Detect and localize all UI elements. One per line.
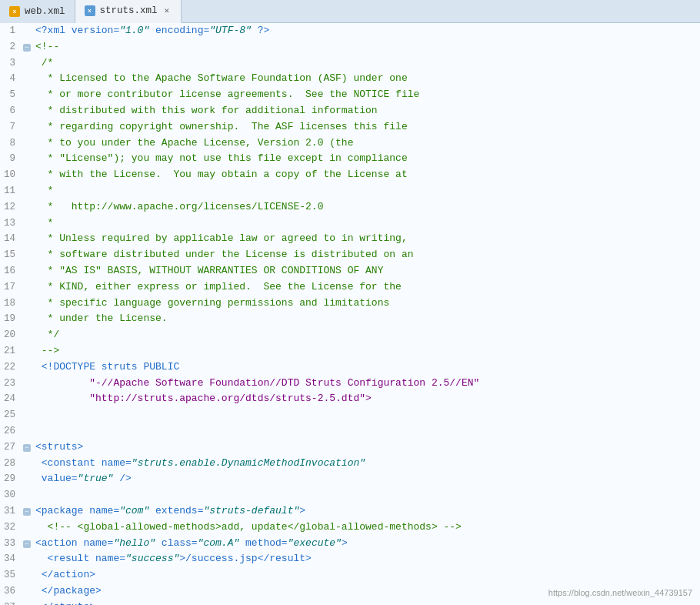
code-line-19: 19 * under the License. xyxy=(0,311,700,327)
line-content-16: * "AS IS" BASIS, WITHOUT WARRANTIES OR C… xyxy=(32,263,383,279)
line-content-25 xyxy=(32,407,42,423)
code-line-6: 6 * distributed with this work for addit… xyxy=(0,103,700,119)
code-line-10: 10 * with the License. You may obtain a … xyxy=(0,167,700,183)
line-number-28: 28 xyxy=(0,456,23,471)
line-content-30 xyxy=(32,487,42,503)
code-content: 1<?xml version="1.0" encoding="UTF-8" ?>… xyxy=(0,23,700,605)
fold-indicator-33[interactable]: − xyxy=(23,540,31,548)
line-content-17: * KIND, either express or implied. See t… xyxy=(32,279,402,296)
code-line-9: 9 * "License"); you may not use this fil… xyxy=(0,151,700,167)
line-number-29: 29 xyxy=(0,471,23,486)
line-number-31: 31 xyxy=(0,503,23,519)
line-content-31: <package name="com" extends="struts-defa… xyxy=(32,503,305,520)
line-content-20: */ xyxy=(32,327,59,343)
line-content-24: "http://struts.apache.org/dtds/struts-2.… xyxy=(32,391,372,407)
line-number-26: 26 xyxy=(0,423,23,439)
line-number-13: 13 xyxy=(0,216,23,231)
code-line-12: 12 * http://www.apache.org/licenses/LICE… xyxy=(0,199,700,216)
code-line-25: 25 xyxy=(0,407,700,423)
tab-struts-xml[interactable]: x struts.xml ✕ xyxy=(75,0,182,23)
code-line-32: 32 <!-- <global-allowed-methods>add, upd… xyxy=(0,520,700,536)
code-line-20: 20 */ xyxy=(0,327,700,343)
code-line-8: 8 * to you under the Apache License, Ver… xyxy=(0,135,700,152)
line-content-14: * Unless required by applicable law or a… xyxy=(32,231,408,247)
code-line-33: 33−<action name="hello" class="com.A" me… xyxy=(0,536,700,552)
code-line-24: 24 "http://struts.apache.org/dtds/struts… xyxy=(0,391,700,407)
line-content-28: <constant name="struts.enable.DynamicMet… xyxy=(32,456,365,472)
line-content-18: * specific language governing permission… xyxy=(32,296,389,312)
line-number-27: 27 xyxy=(0,440,23,455)
line-content-9: * "License"); you may not use this file … xyxy=(32,151,408,167)
line-number-22: 22 xyxy=(0,359,23,375)
line-content-15: * software distributed under the License… xyxy=(32,247,413,263)
code-line-22: 22 <!DOCTYPE struts PUBLIC xyxy=(0,359,700,376)
code-line-23: 23 "-//Apache Software Foundation//DTD S… xyxy=(0,376,700,392)
code-line-28: 28 <constant name="struts.enable.Dynamic… xyxy=(0,456,700,472)
code-line-2: 2−<!-- xyxy=(0,39,700,55)
line-number-33: 33 xyxy=(0,536,23,551)
tab-web-xml[interactable]: x web.xml xyxy=(0,0,75,23)
line-number-9: 9 xyxy=(0,151,23,166)
code-line-17: 17 * KIND, either express or implied. Se… xyxy=(0,279,700,296)
line-number-19: 19 xyxy=(0,311,23,326)
line-content-5: * or more contributor license agreements… xyxy=(32,87,419,103)
line-content-1: <?xml version="1.0" encoding="UTF-8" ?> xyxy=(32,23,269,39)
code-line-35: 35 </action> xyxy=(0,567,700,583)
tab-struts-xml-close[interactable]: ✕ xyxy=(162,5,172,16)
line-number-30: 30 xyxy=(0,487,23,503)
line-number-14: 14 xyxy=(0,231,23,246)
code-line-11: 11 * xyxy=(0,183,700,199)
line-number-32: 32 xyxy=(0,520,23,535)
code-line-18: 18 * specific language governing permiss… xyxy=(0,296,700,312)
line-number-6: 6 xyxy=(0,103,23,119)
editor-area[interactable]: 1<?xml version="1.0" encoding="UTF-8" ?>… xyxy=(0,23,700,605)
code-line-5: 5 * or more contributor license agreemen… xyxy=(0,87,700,103)
line-number-15: 15 xyxy=(0,247,23,262)
line-content-3: /* xyxy=(32,55,53,72)
web-xml-icon: x xyxy=(9,6,20,17)
code-line-34: 34 <result name="success">/success.jsp</… xyxy=(0,551,700,567)
line-number-12: 12 xyxy=(0,199,23,215)
line-number-23: 23 xyxy=(0,376,23,391)
line-content-36: </package> xyxy=(32,583,102,600)
tab-struts-xml-label: struts.xml xyxy=(100,5,158,16)
line-content-19: * under the License. xyxy=(32,311,168,327)
code-line-14: 14 * Unless required by applicable law o… xyxy=(0,231,700,247)
line-content-2: <!-- xyxy=(32,39,59,55)
line-content-26 xyxy=(32,423,42,440)
line-number-37: 37 xyxy=(0,600,23,605)
line-number-1: 1 xyxy=(0,23,23,38)
line-content-34: <result name="success">/success.jsp</res… xyxy=(32,551,312,567)
tab-web-xml-label: web.xml xyxy=(25,6,65,17)
line-content-12: * http://www.apache.org/licenses/LICENSE… xyxy=(32,199,323,216)
line-content-7: * regarding copyright ownership. The ASF… xyxy=(32,119,408,135)
tab-bar: x web.xml x struts.xml ✕ xyxy=(0,0,700,23)
line-number-16: 16 xyxy=(0,263,23,279)
code-line-13: 13 * xyxy=(0,216,700,232)
fold-indicator-31[interactable]: − xyxy=(23,508,31,516)
struts-xml-icon: x xyxy=(85,5,95,16)
line-content-13: * xyxy=(32,216,53,232)
line-content-21: --> xyxy=(32,343,59,359)
fold-indicator-2[interactable]: − xyxy=(23,44,31,52)
line-content-33: <action name="hello" class="com.A" metho… xyxy=(32,536,348,552)
line-number-4: 4 xyxy=(0,71,23,86)
fold-indicator-27[interactable]: − xyxy=(23,444,31,452)
line-number-24: 24 xyxy=(0,391,23,406)
line-content-8: * to you under the Apache License, Versi… xyxy=(32,135,353,152)
code-line-21: 21 --> xyxy=(0,343,700,359)
code-line-1: 1<?xml version="1.0" encoding="UTF-8" ?> xyxy=(0,23,700,39)
code-line-30: 30 xyxy=(0,487,700,503)
line-content-11: * xyxy=(32,183,53,199)
line-content-37: </struts> xyxy=(32,600,95,605)
line-content-4: * Licensed to the Apache Software Founda… xyxy=(32,71,408,87)
line-content-22: <!DOCTYPE struts PUBLIC xyxy=(32,359,179,376)
line-number-17: 17 xyxy=(0,279,23,295)
code-line-26: 26 xyxy=(0,423,700,440)
line-number-2: 2 xyxy=(0,39,23,55)
line-content-23: "-//Apache Software Foundation//DTD Stru… xyxy=(32,376,479,392)
line-content-29: value="true" /> xyxy=(32,471,132,487)
line-content-10: * with the License. You may obtain a cop… xyxy=(32,167,408,183)
line-content-35: </action> xyxy=(32,567,95,583)
code-line-7: 7 * regarding copyright ownership. The A… xyxy=(0,119,700,135)
